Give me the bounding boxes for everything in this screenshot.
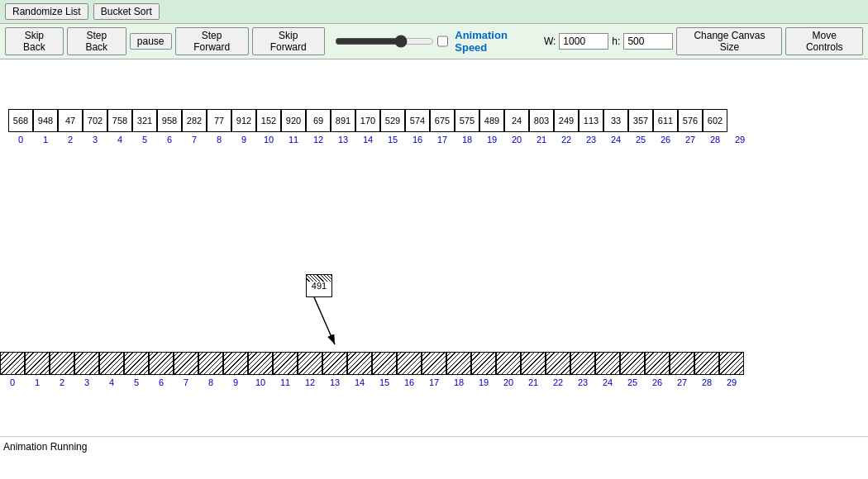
array-cell: 321: [132, 109, 157, 132]
index-cell: 29: [727, 132, 752, 147]
speed-slider-container: Animation Speed: [335, 29, 541, 54]
array-cell: 489: [479, 109, 504, 132]
array-cell: 602: [703, 109, 727, 132]
bucket-index-cell: 26: [645, 375, 670, 390]
bucket-cell: [471, 352, 496, 375]
array-cell: 702: [83, 109, 107, 132]
bucket-index-cell: 20: [496, 375, 521, 390]
bucket-cell: [422, 352, 446, 375]
array-indices-row: 0123456789101112131415161718192021222324…: [0, 132, 752, 147]
bucket-cell: [50, 352, 74, 375]
canvas-size-inputs: W: h: Change Canvas Size Move Controls: [544, 27, 863, 55]
bucket-index-cell: 29: [719, 375, 744, 390]
bucket-index-cell: 3: [74, 375, 99, 390]
speed-slider[interactable]: [335, 35, 434, 48]
bucket-cell: [521, 352, 546, 375]
svg-line-1: [314, 297, 335, 344]
index-cell: 9: [231, 132, 256, 147]
bucket-index-cell: 4: [99, 375, 124, 390]
height-input[interactable]: [623, 33, 673, 50]
bucket-index-cell: 8: [198, 375, 223, 390]
status-text: Animation Running: [3, 441, 87, 453]
index-cell: 22: [554, 132, 579, 147]
array-cell: 920: [281, 109, 306, 132]
bucket-cell: [620, 352, 645, 375]
step-forward-button[interactable]: Step Forward: [175, 27, 249, 55]
status-bar: Animation Running: [0, 436, 868, 456]
floating-element: 491: [306, 274, 332, 297]
array-cell: 24: [504, 109, 529, 132]
bucket-indices-row: 0123456789101112131415161718192021222324…: [0, 375, 744, 390]
array-cell: 33: [603, 109, 628, 132]
bucket-cell: [347, 352, 372, 375]
index-cell: 2: [58, 132, 83, 147]
index-cell: 25: [628, 132, 653, 147]
randomize-list-button[interactable]: Randomize List: [5, 3, 88, 20]
bucket-cell: [719, 352, 744, 375]
bucket-index-cell: 7: [174, 375, 198, 390]
array-cell: 152: [256, 109, 281, 132]
step-back-button[interactable]: Step Back: [67, 27, 126, 55]
float-value: 491: [312, 281, 327, 291]
bucket-index-cell: 27: [670, 375, 694, 390]
bucket-cells-row: [0, 352, 744, 375]
float-box: 491: [306, 274, 332, 297]
bucket-index-cell: 2: [50, 375, 74, 390]
array-cell: 891: [331, 109, 355, 132]
width-label: W:: [544, 36, 556, 47]
array-cell: 576: [678, 109, 703, 132]
controls-bar: Skip Back Step Back pause Step Forward S…: [0, 24, 868, 59]
bucket-index-cell: 16: [397, 375, 422, 390]
index-cell: 5: [132, 132, 157, 147]
skip-forward-button[interactable]: Skip Forward: [252, 27, 325, 55]
bucket-index-cell: 25: [620, 375, 645, 390]
index-cell: 21: [529, 132, 554, 147]
bucket-cell: [273, 352, 298, 375]
bucket-cell: [174, 352, 198, 375]
pause-button[interactable]: pause: [130, 33, 172, 50]
index-cell: 28: [703, 132, 727, 147]
index-cell: 24: [603, 132, 628, 147]
index-cell: 7: [182, 132, 207, 147]
bucket-index-cell: 9: [223, 375, 248, 390]
bucket-cell: [298, 352, 322, 375]
bucket-cell: [25, 352, 50, 375]
width-input[interactable]: [559, 33, 608, 50]
main-canvas: 5689484770275832195828277912152920698911…: [0, 59, 868, 456]
array-cell: 758: [107, 109, 132, 132]
index-cell: 18: [455, 132, 479, 147]
bucket-cell: [0, 352, 25, 375]
array-cell: 77: [207, 109, 231, 132]
bucket-sort-button[interactable]: Bucket Sort: [93, 3, 160, 20]
change-canvas-button[interactable]: Change Canvas Size: [676, 27, 782, 55]
bucket-cell: [322, 352, 347, 375]
bucket-index-cell: 18: [446, 375, 471, 390]
array-table: 5689484770275832195828277912152920698911…: [0, 109, 752, 147]
bucket-cell: [645, 352, 670, 375]
skip-back-button[interactable]: Skip Back: [5, 27, 64, 55]
bucket-index-cell: 22: [546, 375, 570, 390]
array-cell: 69: [306, 109, 331, 132]
index-cell: 20: [504, 132, 529, 147]
bucket-cell: [694, 352, 719, 375]
array-cell: 675: [430, 109, 455, 132]
array-cell: 113: [579, 109, 603, 132]
array-cell: 170: [355, 109, 380, 132]
array-cell: 912: [231, 109, 256, 132]
bucket-cell: [248, 352, 273, 375]
bucket-index-cell: 11: [273, 375, 298, 390]
move-controls-button[interactable]: Move Controls: [785, 27, 863, 55]
bucket-cell: [198, 352, 223, 375]
speed-checkbox[interactable]: [437, 36, 449, 47]
bucket-index-cell: 1: [25, 375, 50, 390]
bucket-index-cell: 15: [372, 375, 397, 390]
bucket-index-cell: 21: [521, 375, 546, 390]
array-cell: 568: [8, 109, 33, 132]
array-cell: 282: [182, 109, 207, 132]
array-cell: 574: [405, 109, 430, 132]
bucket-index-cell: 17: [422, 375, 446, 390]
bucket-index-cell: 10: [248, 375, 273, 390]
index-cell: 23: [579, 132, 603, 147]
index-cell: 26: [653, 132, 678, 147]
bucket-cell: [570, 352, 595, 375]
